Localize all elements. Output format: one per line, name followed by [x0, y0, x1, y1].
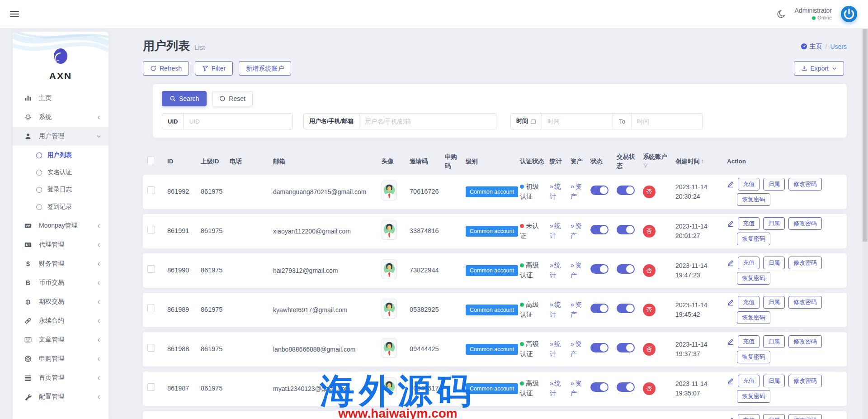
sidebar-item[interactable]: CC Moonpay管理 — [13, 216, 108, 235]
avatar[interactable] — [382, 220, 397, 240]
status-toggle[interactable] — [590, 343, 609, 352]
restore-password-button[interactable]: 恢复密码 — [737, 193, 770, 206]
assets-link[interactable]: » 资产 — [571, 261, 587, 281]
row-checkbox[interactable] — [147, 383, 155, 391]
sidebar-item[interactable]: $ 财务管理 — [13, 254, 108, 273]
restore-password-button[interactable]: 恢复密码 — [737, 390, 770, 403]
status-toggle[interactable] — [590, 186, 609, 195]
trade-status-toggle[interactable] — [617, 382, 635, 392]
sidebar-subitem[interactable]: 用户列表 — [13, 147, 108, 164]
restore-password-button[interactable]: 恢复密码 — [737, 311, 770, 324]
search-button[interactable]: Search — [162, 91, 207, 106]
trade-status-toggle[interactable] — [617, 304, 635, 313]
belong-button[interactable]: 归属 — [763, 178, 785, 190]
restore-password-button[interactable]: 恢复密码 — [737, 233, 770, 245]
assets-link[interactable]: » 资产 — [571, 379, 587, 399]
dark-mode-moon-icon[interactable] — [777, 9, 787, 19]
assets-link[interactable]: » 资产 — [571, 339, 587, 359]
hamburger-menu-icon[interactable] — [10, 9, 19, 19]
time-from-input[interactable] — [542, 114, 613, 129]
change-password-button[interactable]: 修改密码 — [788, 335, 822, 348]
sidebar-item[interactable]: 首页管理 — [13, 368, 108, 387]
avatar[interactable] — [382, 181, 397, 200]
change-password-button[interactable]: 修改密码 — [788, 257, 822, 269]
col-created[interactable]: 创建时间↑ — [675, 157, 727, 166]
breadcrumb-current[interactable]: Users — [830, 43, 847, 50]
change-password-button[interactable]: 修改密码 — [788, 178, 822, 190]
status-toggle[interactable] — [590, 264, 609, 274]
change-password-button[interactable]: 修改密码 — [788, 217, 822, 230]
recharge-button[interactable]: 充值 — [738, 414, 760, 419]
add-system-account-button[interactable]: 新增系统账户 — [239, 61, 291, 76]
trade-status-toggle[interactable] — [617, 264, 635, 274]
trade-status-toggle[interactable] — [617, 225, 635, 234]
sidebar-item[interactable]: 用户管理 — [13, 127, 108, 146]
sidebar-subitem[interactable]: 实名认证 — [13, 164, 108, 181]
stats-link[interactable]: » 统计 — [550, 182, 566, 202]
edit-pencil-icon[interactable] — [727, 377, 734, 385]
belong-button[interactable]: 归属 — [763, 257, 785, 269]
sidebar-item[interactable]: 申购管理 — [13, 349, 108, 368]
scrollbar-thumb[interactable] — [863, 29, 868, 242]
status-toggle[interactable] — [590, 304, 609, 313]
belong-button[interactable]: 归属 — [763, 296, 785, 309]
assets-link[interactable]: » 资产 — [571, 182, 587, 202]
sidebar-item[interactable]: 配置管理 — [13, 387, 108, 406]
edit-pencil-icon[interactable] — [727, 181, 734, 188]
belong-button[interactable]: 归属 — [763, 414, 785, 419]
sidebar-item[interactable]: 代理管理 — [13, 235, 108, 254]
row-checkbox[interactable] — [147, 226, 155, 233]
avatar[interactable] — [382, 299, 397, 319]
username-input[interactable] — [359, 114, 496, 129]
sidebar-subitem[interactable]: 签到记录 — [13, 198, 108, 215]
belong-button[interactable]: 归属 — [763, 217, 785, 230]
refresh-button[interactable]: Refresh — [143, 61, 189, 76]
uid-input[interactable] — [184, 114, 292, 129]
status-toggle[interactable] — [590, 382, 609, 392]
stats-link[interactable]: » 统计 — [550, 379, 566, 399]
recharge-button[interactable]: 充值 — [738, 375, 760, 387]
time-to-input[interactable] — [632, 114, 702, 129]
change-password-button[interactable]: 修改密码 — [788, 296, 822, 309]
edit-pencil-icon[interactable] — [727, 417, 734, 419]
filter-button[interactable]: Filter — [195, 61, 233, 76]
sidebar-item[interactable]: 主页 — [13, 89, 108, 108]
belong-button[interactable]: 归属 — [763, 335, 785, 348]
row-checkbox[interactable] — [147, 344, 155, 352]
belong-button[interactable]: 归属 — [763, 375, 785, 387]
stats-link[interactable]: » 统计 — [550, 339, 566, 359]
sidebar-item[interactable]: 系统 — [13, 108, 108, 127]
sidebar-item[interactable]: B 币币交易 — [13, 273, 108, 292]
change-password-button[interactable]: 修改密码 — [788, 414, 822, 419]
change-password-button[interactable]: 修改密码 — [788, 375, 822, 387]
avatar[interactable] — [382, 377, 397, 397]
avatar[interactable] — [382, 417, 397, 419]
breadcrumb-home-link[interactable]: 主页 — [801, 43, 822, 51]
sidebar-subitem[interactable]: 登录日志 — [13, 181, 108, 198]
edit-pencil-icon[interactable] — [727, 220, 734, 227]
sidebar-item[interactable]: ₿ 期权交易 — [13, 292, 108, 311]
edit-pencil-icon[interactable] — [727, 259, 734, 267]
trade-status-toggle[interactable] — [617, 343, 635, 352]
edit-pencil-icon[interactable] — [727, 299, 734, 306]
restore-password-button[interactable]: 恢复密码 — [737, 351, 770, 363]
column-filter-funnel-icon[interactable] — [643, 162, 675, 171]
stats-link[interactable]: » 统计 — [550, 221, 566, 241]
recharge-button[interactable]: 充值 — [738, 257, 760, 269]
stats-link[interactable]: » 统计 — [550, 300, 566, 320]
logout-power-icon[interactable] — [840, 5, 858, 23]
assets-link[interactable]: » 资产 — [571, 221, 587, 241]
stats-link[interactable]: » 统计 — [550, 261, 566, 281]
export-button[interactable]: Export — [794, 61, 844, 76]
avatar[interactable] — [382, 338, 397, 358]
sidebar-item[interactable]: 文章管理 — [13, 330, 108, 349]
recharge-button[interactable]: 充值 — [738, 296, 760, 309]
assets-link[interactable]: » 资产 — [571, 300, 587, 320]
reset-button[interactable]: Reset — [212, 91, 253, 106]
row-checkbox[interactable] — [147, 305, 155, 312]
row-checkbox[interactable] — [147, 186, 155, 194]
edit-pencil-icon[interactable] — [727, 338, 734, 345]
vertical-scrollbar[interactable] — [862, 28, 868, 419]
select-all-checkbox[interactable] — [147, 157, 155, 164]
avatar[interactable] — [382, 259, 397, 279]
